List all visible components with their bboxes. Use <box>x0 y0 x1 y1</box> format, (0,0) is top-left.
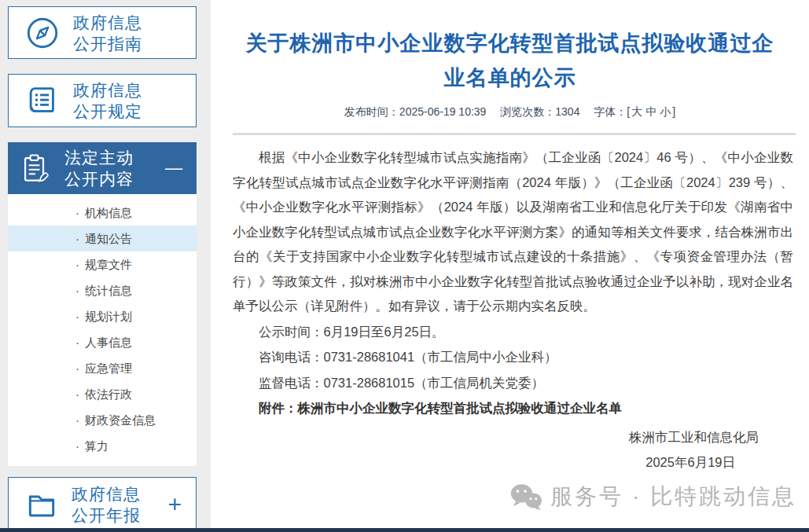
sidebar-item-gov-info-guide[interactable]: 政府信息 公开指南 <box>8 6 197 59</box>
sidebar-item-label: 政府信息 公开指南 <box>73 12 142 54</box>
sidebar-item-institution-info[interactable]: ·机构信息 <box>8 200 197 226</box>
watermark-text: 服务号 · 比特跳动信息 <box>550 482 796 512</box>
paragraph-consult-phone: 咨询电话：0731-28681041（市工信局中小企业科） <box>233 345 793 370</box>
bullet-icon: · <box>75 310 79 323</box>
sidebar-item-regulatory-files[interactable]: ·规章文件 <box>8 251 197 277</box>
publish-time-value: 2025-06-19 10:39 <box>399 105 487 118</box>
bullet-icon: · <box>75 206 79 219</box>
sidebar-item-gov-info-rules[interactable]: 政府信息 公开规定 <box>8 74 197 127</box>
clipboard-pen-icon <box>17 151 52 185</box>
article-main: 关于株洲市中小企业数字化转型首批试点拟验收通过企业名单的公示 发布时间：2025… <box>211 0 809 532</box>
sidebar-section-label: 法定主动 公开内容 <box>64 147 134 189</box>
sidebar-item-fiscal-funds[interactable]: ·财政资金信息 <box>8 407 197 433</box>
publish-time-label: 发布时间： <box>344 105 399 118</box>
page: 政府信息 公开指南 政府信息 公开规定 <box>0 0 809 532</box>
paragraph-supervise-phone: 监督电话：0731-28681015（市工信局机关党委） <box>233 371 793 396</box>
article-meta: 发布时间：2025-06-19 10:39 浏览次数：1304 字体：[大中小] <box>211 105 809 119</box>
attachment-line: 附件：株洲市中小企业数字化转型首批试点拟验收通过企业名单 <box>233 396 793 421</box>
sidebar-item-rule-of-law[interactable]: ·依法行政 <box>8 381 197 407</box>
sidebar-item-planning[interactable]: ·规划计划 <box>8 303 197 329</box>
watermark: 服务号 · 比特跳动信息 <box>509 482 796 512</box>
bullet-icon: · <box>75 284 79 297</box>
compass-icon <box>24 15 61 51</box>
signature-date: 2025年6月19日 <box>233 449 793 475</box>
rulebook-icon <box>24 83 61 119</box>
expand-icon[interactable]: + <box>167 491 182 518</box>
sidebar: 政府信息 公开指南 政府信息 公开规定 <box>0 0 211 532</box>
sidebar-item-notices[interactable]: ·通知公告 <box>8 226 197 251</box>
article-body: 根据《中小企业数字化转型城市试点实施指南》（工企业函〔2024〕46 号）、《中… <box>211 135 809 475</box>
page-title: 关于株洲市中小企业数字化转型首批试点拟验收通过企业名单的公示 <box>239 26 781 95</box>
bullet-icon: · <box>75 336 79 349</box>
bullet-icon: · <box>75 387 79 401</box>
paragraph-publicity-period: 公示时间：6月19日至6月25日。 <box>233 320 793 345</box>
wechat-icon <box>509 482 542 511</box>
bullet-icon: · <box>75 232 79 245</box>
paragraph-basis: 根据《中小企业数字化转型城市试点实施指南》（工企业函〔2024〕46 号）、《中… <box>233 145 793 319</box>
bullet-icon: · <box>75 413 79 427</box>
folder-icon <box>24 487 59 522</box>
font-size-medium-button[interactable]: 中 <box>644 105 658 118</box>
sidebar-submenu: ·机构信息 ·通知公告 ·规章文件 ·统计信息 ·规划计划 ·人事信息 ·应急管… <box>8 194 197 466</box>
sidebar-section-statutory-disclosure[interactable]: 法定主动 公开内容 — <box>8 142 197 194</box>
bullet-icon: · <box>75 361 79 375</box>
font-size-label: 字体： <box>594 105 627 118</box>
collapse-icon[interactable]: — <box>165 158 187 178</box>
bracket-close: ] <box>672 105 675 118</box>
sidebar-item-emergency[interactable]: ·应急管理 <box>8 355 197 381</box>
sidebar-item-annual-report[interactable]: 政府信息 公开年报 + <box>8 477 197 532</box>
sidebar-item-label: 政府信息 公开年报 <box>72 483 141 526</box>
views-value: 1304 <box>555 105 579 118</box>
bullet-icon: · <box>75 258 79 271</box>
sidebar-item-computing-power[interactable]: ·算力 <box>8 433 197 459</box>
bottom-bar <box>0 528 809 532</box>
sidebar-item-personnel[interactable]: ·人事信息 <box>8 329 197 355</box>
sidebar-item-label: 政府信息 公开规定 <box>73 79 142 122</box>
bullet-icon: · <box>75 439 79 453</box>
font-size-small-button[interactable]: 小 <box>658 105 672 118</box>
signature-organization: 株洲市工业和信息化局 <box>233 424 793 449</box>
sidebar-item-statistics[interactable]: ·统计信息 <box>8 277 197 303</box>
font-size-large-button[interactable]: 大 <box>630 105 644 118</box>
views-label: 浏览次数： <box>500 105 555 118</box>
